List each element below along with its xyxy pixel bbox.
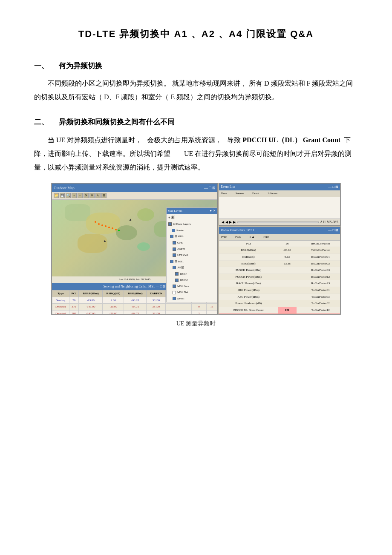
section-1-number: 一、	[34, 60, 49, 73]
gps-layer: ⊞ GPS	[167, 233, 217, 240]
table-row: Detected389-147.00-20.00-84.75381002	[52, 310, 217, 314]
radio-params-table: PCI26RxChCorFactor RSRP(dBm)-83.60TxChCo…	[219, 241, 340, 314]
page-title: TD-LTE 异频切换中 A1 、A2 、A4 门限设置 Q&A	[34, 26, 358, 43]
add-layer-btn[interactable]: + 彩	[167, 214, 217, 221]
rsrp-checkbox[interactable]	[175, 272, 179, 276]
col-pci: PCI	[69, 290, 79, 297]
table-row: PUSCH Power(dBm)RxCorFactor03	[219, 267, 340, 274]
col-rsrp: RSRP(dBm)	[79, 290, 103, 297]
ms1-serv-layer: MS1 Serv	[167, 283, 217, 290]
rsrq-checkbox[interactable]	[175, 279, 179, 282]
all-checkbox[interactable]	[173, 266, 176, 269]
route-layer: Route	[167, 227, 217, 234]
section-1-paragraph: 不同频段的小区之间切换即为异频切换。 就某地市移动现网来讲， 所有 D 频段宏站…	[34, 77, 358, 104]
table-row: PCI26RxChCorFactor	[219, 241, 340, 247]
outdoor-map-title: Outdoor Map	[54, 184, 75, 191]
right-panel: Event List — □ ⊠ Time Source Event Infor…	[219, 183, 340, 314]
section-1-title: 何为异频切换	[59, 60, 102, 73]
radio-params-panel: Radio Parameters : MS1 — □ ⊠ Type PCC 1 …	[219, 227, 340, 314]
col-rsrq: RSRQ(dB)	[103, 290, 124, 297]
table-row: RSSI(dBm)63.38RxCorFactor02	[219, 260, 340, 267]
event-layer: Event	[167, 296, 217, 302]
progress-bar[interactable]	[237, 221, 319, 223]
data-layers-item: ⊟ Data Layers	[167, 221, 217, 227]
toolbar-btn-3[interactable]: 🔍	[66, 193, 71, 198]
toolbar-btn-2[interactable]: 💾	[60, 193, 65, 198]
toolbar-btn-4[interactable]: +	[72, 193, 77, 198]
lte-cell-checkbox[interactable]	[173, 253, 176, 257]
ms1-nei-checkbox[interactable]	[173, 291, 176, 294]
event-list-body	[219, 197, 340, 219]
section-1-heading: 一、 何为异频切换	[34, 60, 358, 73]
table-row-highlighted: PDCCH DL Grant Count515TxCorFactor13	[219, 313, 340, 314]
toolbar-btn-1[interactable]: 📁	[54, 193, 59, 198]
ms1-checkbox[interactable]	[170, 260, 173, 263]
screenshot-image: Outdoor Map — □ ⊠ 📁 💾 🔍 + − ⟳ ✕ ↖ ⊞	[51, 183, 341, 315]
data-layers-checkbox[interactable]	[168, 222, 172, 226]
gps-sub-layer: GPS	[167, 240, 217, 246]
toolbar-btn-8[interactable]: ↖	[95, 193, 101, 198]
outdoor-map-titlebar: Outdoor Map — □ ⊠	[52, 184, 217, 192]
toolbar-btn-5[interactable]: −	[78, 193, 83, 198]
col-type: Type	[52, 290, 69, 297]
rsrp-layer: RSRP	[167, 271, 217, 277]
screenshot-container: Outdoor Map — □ ⊠ 📁 💾 🔍 + − ⟳ ✕ ↖ ⊞	[34, 183, 358, 329]
table-row: RACH Power(dBm)RxCorFactor23	[219, 280, 340, 287]
radio-params-titlebar: Radio Parameters : MS1 — □ ⊠	[219, 227, 340, 234]
section-2-title: 异频切换和同频切换之间有什么不同	[59, 116, 175, 129]
lte-cell-layer: LTE Cell	[167, 252, 217, 259]
event-checkbox[interactable]	[173, 297, 176, 300]
table-row: PUCCH Power(dBm)RxCorFactor12	[219, 273, 340, 280]
table-row: SRG Power(dBm)TxCorFactor01	[219, 287, 340, 293]
rsrq-layer: RSRQ	[167, 277, 217, 283]
all-layer: All层	[167, 265, 217, 271]
alarm-layer: Alarm	[167, 246, 217, 252]
table-row: ASC Power(dBm)TxCorFactor03	[219, 293, 340, 300]
table-row: Power Headroom(dB)TxCorFactor02	[219, 300, 340, 307]
gps-sub-checkbox[interactable]	[173, 241, 176, 244]
radio-params-header: Type PCC 1 ▲ Type	[219, 234, 340, 241]
event-list-panel: Event List — □ ⊠ Time Source Event Infor…	[219, 183, 340, 226]
map-layers-panel: Map Layers ▼ ✕ + 彩 ⊟ Data Layers Route	[166, 207, 217, 302]
toolbar-btn-9[interactable]: ⊞	[101, 193, 107, 198]
ms1-serv-checkbox[interactable]	[173, 285, 176, 288]
event-list-titlebar: Event List — □ ⊠	[219, 184, 340, 190]
image-caption: UE 测量异频时	[34, 318, 358, 329]
toolbar-btn-7[interactable]: ✕	[89, 193, 95, 198]
window-controls: — □ ⊠	[204, 184, 216, 191]
section-2-heading: 二、 异频切换和同频切换之间有什么不同	[34, 116, 358, 129]
toolbar-btn-6[interactable]: ⟳	[84, 193, 89, 198]
table-row: RSRP(dBm)-83.60TxChCorFactor	[219, 247, 340, 254]
playback-bar: |◀ ◀ ▶ ▶| A11 MS /MS	[219, 219, 340, 226]
gps-checkbox-1[interactable]	[170, 235, 173, 238]
alarm-checkbox[interactable]	[173, 247, 176, 251]
map-layers-title: Map Layers ▼ ✕	[167, 208, 217, 214]
event-list-header: Time Source Event Informa	[219, 190, 340, 197]
col-earfcn: EARFCN	[146, 290, 165, 297]
section-2-number: 二、	[34, 116, 49, 129]
section-2-paragraph: 当 UE 对异频频点进行测量时， 会极大的占用系统资源， 导致 PDCCH UL…	[34, 133, 358, 174]
ms1-layer: ⊟ MS1	[167, 259, 217, 265]
table-row: Detected375-141.00-20.00-84.7538100015	[52, 304, 217, 311]
map-toolbar: 📁 💾 🔍 + − ⟳ ✕ ↖ ⊞	[52, 192, 217, 200]
table-row: PDCCH UL Grant Count121TxCorFactor12	[219, 307, 340, 313]
col-rssi: RSSI(dBm)	[124, 290, 147, 297]
route-checkbox[interactable]	[172, 229, 175, 232]
table-row: RSRQdB)9.63RxCorFactor01	[219, 253, 340, 260]
outdoor-map-panel: Outdoor Map — □ ⊠ 📁 💾 🔍 + − ⟳ ✕ ↖ ⊞	[52, 183, 218, 314]
ms1-nei-layer: MS1 Nei	[167, 289, 217, 296]
